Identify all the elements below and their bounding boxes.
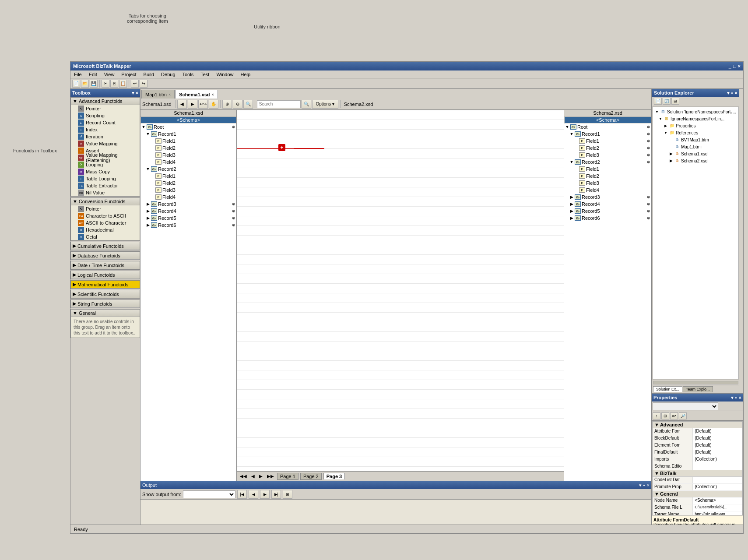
toolbox-section-database-header[interactable]: ▶ Database Functoids	[71, 252, 140, 260]
output-toolbar-btn1[interactable]: |◀	[237, 490, 247, 499]
right-node-record1[interactable]: ▼ 🗁 Record1 ⊕	[569, 130, 651, 137]
left-node-record1[interactable]: ▼ 🗁 Record1	[145, 130, 236, 137]
menu-file[interactable]: File	[72, 71, 84, 77]
menu-view[interactable]: View	[102, 71, 116, 77]
props-val-schema-editor[interactable]	[693, 463, 742, 470]
toolbox-item-record-count[interactable]: Σ Record Count	[71, 119, 140, 126]
sol-toolbar-btn3[interactable]: ⊞	[671, 98, 679, 105]
toolbox-item-scripting[interactable]: S Scripting	[71, 112, 140, 119]
menu-build[interactable]: Build	[142, 71, 156, 77]
left-node-field3-r2[interactable]: F Field3	[149, 187, 236, 194]
toolbox-item-pointer2[interactable]: ↖ Pointer	[71, 205, 140, 212]
functoid-plus[interactable]: +	[278, 144, 285, 151]
toolbox-item-ascii-char[interactable]: AC ASCII to Character	[71, 219, 140, 226]
right-node-record2[interactable]: ▼ 🗁 Record2 ⊕	[569, 158, 651, 166]
right-node-record4[interactable]: ▶ 🗁 Record4 ⊕	[569, 201, 651, 208]
sol-node-solution[interactable]: ▼ ⊞ Solution 'IgnoreNamespacesForU...	[654, 108, 737, 115]
props-alpha-btn[interactable]: az	[670, 412, 678, 419]
right-node-field4-r2[interactable]: F Field4	[573, 187, 651, 194]
output-close-btn[interactable]: ×	[647, 483, 650, 488]
sol-min-btn[interactable]: ▪	[731, 90, 733, 96]
close-btn[interactable]: ×	[738, 63, 741, 69]
toolbar-redo-btn[interactable]: ↪	[140, 80, 147, 88]
right-node-field1-r2[interactable]: F Field1	[573, 166, 651, 173]
ribbon-btn3[interactable]: ↩↪	[198, 100, 208, 109]
schema2-tab[interactable]: Schema2.xsd	[342, 101, 375, 107]
nav-prev-btn[interactable]: ◀	[250, 473, 256, 479]
sol-node-map1btmi[interactable]: 🗎 Map1.btmi	[654, 143, 737, 150]
output-toolbar-btn3[interactable]: ▶	[260, 490, 270, 499]
toolbox-close-btn[interactable]: ×	[136, 90, 138, 96]
output-toolbar-btn5[interactable]: ⊞	[283, 490, 292, 499]
toolbox-item-nil-value[interactable]: nil Nil Value	[71, 189, 140, 196]
menu-window[interactable]: Window	[214, 71, 235, 77]
right-node-root[interactable]: ▼ 🗁 Root ⊕	[564, 123, 651, 130]
menu-test[interactable]: Test	[199, 71, 211, 77]
right-node-record3[interactable]: ▶ 🗁 Record3 ⊕	[569, 194, 651, 201]
sol-node-bvtmap[interactable]: 🗎 BVTMap1.btm	[654, 136, 737, 143]
props-val-final[interactable]: (Default)	[693, 449, 742, 456]
ribbon-btn5[interactable]: ⊕	[222, 100, 232, 109]
tab-schema1-close[interactable]: ×	[212, 92, 214, 97]
left-node-field1-r1[interactable]: F Field1	[149, 137, 236, 144]
search-input[interactable]	[257, 100, 301, 108]
left-node-record5[interactable]: ▶ 🗁 Record5 ⊕	[145, 215, 236, 222]
page-tab-3[interactable]: Page 3	[323, 473, 345, 479]
sol-toolbar-btn2[interactable]: 🔄	[663, 98, 671, 105]
left-node-record2[interactable]: ▼ 🗁 Record2	[145, 166, 236, 173]
left-node-field4-r2[interactable]: F Field4	[149, 194, 236, 201]
toolbox-pin-btn[interactable]: ▾	[132, 90, 134, 96]
toolbox-item-mass-copy[interactable]: M Mass Copy	[71, 168, 140, 175]
toolbox-item-value-mapping-flat[interactable]: VF Value Mapping (Flattening)	[71, 154, 140, 161]
left-node-field4-r1[interactable]: F Field4	[149, 158, 236, 166]
right-node-field3-r2[interactable]: F Field3	[573, 180, 651, 187]
props-val-elem-form[interactable]: (Default)	[693, 442, 742, 449]
search-btn[interactable]: 🔍	[302, 100, 311, 109]
toolbox-section-string-header[interactable]: ▶ String Functoids	[71, 300, 140, 308]
toolbox-item-hex[interactable]: H Hexadecimal	[71, 226, 140, 233]
sol-node-project[interactable]: ▼ ⊞ IgnoreNamespacesForLin...	[654, 115, 737, 122]
toolbox-item-char-ascii[interactable]: CA Character to ASCII	[71, 212, 140, 219]
props-section-biztalk[interactable]: ▼ BizTalk	[653, 470, 742, 477]
toolbox-item-table-looping[interactable]: T Table Looping	[71, 175, 140, 182]
sol-node-schema1[interactable]: ▶ 🗎 Schema1.xsd	[654, 150, 737, 157]
toolbox-section-conversion-header[interactable]: ▼ Conversion Functoids	[71, 198, 140, 205]
nav-first-btn[interactable]: ◀◀	[239, 473, 248, 479]
props-pin-btn[interactable]: ▾	[731, 395, 734, 401]
right-node-field2-r2[interactable]: F Field2	[573, 173, 651, 180]
props-min-btn[interactable]: ▪	[735, 395, 737, 401]
menu-debug[interactable]: Debug	[159, 71, 177, 77]
sol-close-btn[interactable]: ×	[735, 90, 737, 96]
sol-hscroll[interactable]	[652, 380, 739, 385]
toolbar-paste-btn[interactable]: 📋	[119, 80, 127, 88]
sol-node-properties[interactable]: ▶ 📁 Properties	[654, 122, 737, 129]
sol-node-references[interactable]: ▼ 📁 References	[654, 129, 737, 136]
mapper-grid[interactable]: +	[237, 110, 564, 471]
props-val-nodename[interactable]: <Schema>	[693, 497, 742, 504]
left-node-record3[interactable]: ▶ 🗁 Record3 ⊕	[145, 201, 236, 208]
right-node-field3-r1[interactable]: F Field3 ⊕	[573, 151, 651, 158]
toolbox-item-table-extractor[interactable]: TE Table Extractor	[71, 182, 140, 189]
ribbon-btn2[interactable]: ▶	[188, 100, 197, 109]
props-section-advanced[interactable]: ▼ Advanced	[653, 422, 742, 428]
ribbon-btn7[interactable]: 🔍	[243, 100, 253, 109]
tab-map1[interactable]: Map1.btm ×	[141, 90, 175, 99]
props-section-general[interactable]: ▼ General	[653, 491, 742, 497]
left-node-root[interactable]: ▼ 🗁 Root ⊕	[140, 123, 236, 130]
menu-project[interactable]: Project	[119, 71, 138, 77]
toolbar-copy-btn[interactable]: ⎘	[110, 80, 118, 88]
ribbon-btn1[interactable]: ◀	[177, 100, 187, 109]
props-search-btn[interactable]: 🔎	[679, 412, 687, 419]
toolbar-save-btn[interactable]: 💾	[90, 80, 98, 88]
sol-node-schema2[interactable]: ▶ 🗎 Schema2.xsd	[654, 157, 737, 164]
props-cat-btn[interactable]: ⊞	[661, 412, 669, 419]
minimize-btn[interactable]: _	[729, 63, 731, 69]
toolbox-section-logical-header[interactable]: ▶ Logical Functoids	[71, 271, 140, 279]
props-val-codelist[interactable]	[693, 477, 742, 483]
maximize-btn[interactable]: □	[733, 63, 736, 69]
toolbar-undo-btn[interactable]: ↩	[131, 80, 139, 88]
toolbox-section-cumulative-header[interactable]: ▶ Cumulative Functoids	[71, 242, 140, 250]
props-sort-btn[interactable]: ↕	[653, 412, 660, 419]
toolbox-item-octal[interactable]: O Octal	[71, 233, 140, 240]
props-val-targetname[interactable]: http://BizTalkSam...	[693, 511, 742, 515]
